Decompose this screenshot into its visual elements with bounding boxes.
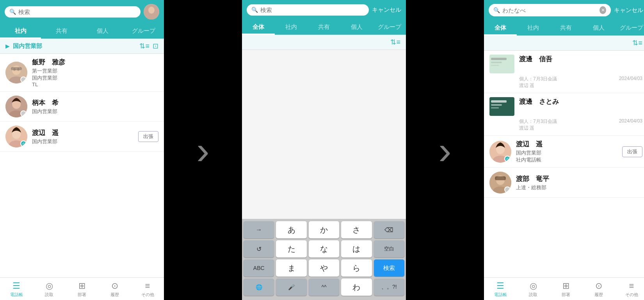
panel2-cancel-button[interactable]: キャンセル [372,6,401,14]
kb-arrow-right[interactable]: → [244,221,274,238]
kb-mic[interactable]: 🎤 [276,279,306,296]
panel3-search-input[interactable] [502,7,597,14]
p3-nav-phone-book[interactable]: ☰ 電話帳 [484,280,517,298]
p2-tab-kyoyu[interactable]: 共有 [308,20,340,34]
kb-ya[interactable]: や [309,259,339,277]
p3-tab-shanai[interactable]: 社内 [517,20,550,35]
user-avatar[interactable] [144,4,159,20]
name-karamori: 柄本 希 [32,98,158,107]
p3-nav-dept-icon: ⊞ [562,281,569,291]
panel3-search-bar: 🔍 ✕ キャンセル [484,0,644,20]
p3-nav-other[interactable]: ≡ その他 [615,280,644,298]
nav-other-icon: ≡ [145,281,150,291]
arrow-1: › [164,0,242,300]
p3-tab-all[interactable]: 全体 [484,20,517,35]
svg-rect-16 [491,58,507,60]
dept-karamori: 国内営業部 [32,108,158,115]
kb-ka[interactable]: か [309,221,339,238]
p2-tab-group[interactable]: グループ [373,20,406,34]
p2-tab-all[interactable]: 全体 [242,20,275,34]
panel3-bottom-nav: ☰ 電話帳 ◎ 読取 ⊞ 部署 ⊙ 履歴 ≡ その他 [484,277,644,300]
result-watanabe-satomi[interactable]: 渡邊 さとみ 個人：7月3日会議 2024/04/03 渡辺 遥 [484,93,644,136]
contact-item-watanabe[interactable]: ✓ 渡辺 遥 国内営業部 出張 [0,122,164,152]
p3-nav-dept[interactable]: ⊞ 部署 [550,280,582,298]
tab-shanaichi[interactable]: 社内 [0,23,41,38]
empty-results-area [242,50,406,219]
panel1-search-bar: 🔍 [0,0,164,23]
contact-item-karamori[interactable]: 柄本 希 国内営業部 [0,92,164,122]
kb-caret[interactable]: ^^ [309,279,339,296]
kb-na[interactable]: な [309,240,339,257]
info-karamori: 柄本 希 国内営業部 [32,98,158,115]
avatar-iino [5,62,27,83]
clear-search-button[interactable]: ✕ [600,6,606,14]
kb-abc[interactable]: ABC [244,259,274,277]
contact-list: 飯野 雅彦 第一営業部 国内営業部 TL 柄本 希 国内営業部 [0,54,164,277]
info-watanabe: 渡辺 遥 国内営業部 [32,128,133,145]
kb-sa[interactable]: さ [341,221,372,238]
nav-scan-icon: ◎ [46,281,53,291]
p3-nav-history[interactable]: ⊙ 履歴 [582,280,615,298]
avatar-haruka: ✓ [489,141,511,163]
result-watanabe-ryuhei[interactable]: 渡部 竜平 上達・総務部 [484,168,644,198]
kb-a[interactable]: あ [276,221,306,238]
panel1-search-wrap[interactable]: 🔍 [5,6,141,18]
name-satomi: 渡邊 さとみ [519,97,559,106]
svg-rect-20 [491,100,507,103]
tab-group[interactable]: グループ [123,23,164,38]
kb-undo[interactable]: ↺ [244,240,274,257]
p3-nav-scan[interactable]: ◎ 読取 [517,280,550,298]
status-ryuhei [504,186,511,193]
panel-contacts: 🔍 社内 共有 個人 グループ ▶ 国内営業部 ⇅≡ ⊡ [0,0,164,300]
play-icon: ▶ [5,43,10,49]
panel2-search-wrap[interactable]: 🔍 [247,4,369,16]
kb-space[interactable]: 空白 [374,240,404,257]
card-image-shingo [489,55,514,73]
p3-tab-group[interactable]: グループ [615,20,644,35]
panel2-search-input[interactable] [260,7,364,13]
date-satomi: 2024/04/03 [619,118,642,125]
p3-tab-kojin[interactable]: 個人 [582,20,615,35]
nav-history[interactable]: ⊙ 履歴 [98,280,131,298]
kb-punctuation[interactable]: 、。?! [374,279,404,296]
edit-icon[interactable]: ⊡ [153,42,158,50]
avatar-ryuhei [489,172,511,193]
sort-icon-2[interactable]: ⇅≡ [390,38,400,46]
tab-kyoyu[interactable]: 共有 [41,23,82,38]
nav-other-label: その他 [141,292,154,298]
result-watanabe-haruka[interactable]: ✓ 渡辺 遥 国内営業部 社内電話帳 出張 [484,136,644,168]
chevron-right-icon-1: › [196,131,209,170]
kb-ha[interactable]: は [341,240,372,257]
sub-satomi: 個人：7月3日会議 [519,118,557,125]
name-shingo: 渡邊 信吾 [519,55,552,64]
panel3-cancel-button[interactable]: キャンセル [614,7,643,14]
p2-tab-shanai[interactable]: 社内 [275,20,308,34]
dept-haruka: 国内営業部 [516,149,617,156]
nav-other[interactable]: ≡ その他 [131,280,164,298]
contact-item-iino[interactable]: 飯野 雅彦 第一営業部 国内営業部 TL [0,54,164,92]
nav-dept[interactable]: ⊞ 部署 [66,280,98,298]
kb-ra[interactable]: ら [341,259,372,277]
result-watanabe-shingo[interactable]: 渡邊 信吾 個人：7月3日会議 2024/04/03 渡辺 遥 [484,51,644,93]
sort-icon[interactable]: ⇅≡ [139,42,149,50]
section-title: 国内営業部 [13,43,136,50]
panel-keyboard: 🔍 キャンセル 全体 社内 共有 個人 グループ ⇅≡ → あ か さ ⌫ ↺ … [242,0,406,300]
sort-icon-3[interactable]: ⇅≡ [632,39,642,47]
kb-ma[interactable]: ま [276,259,306,277]
kb-wa[interactable]: わ [341,279,372,296]
panel1-search-input[interactable] [18,9,136,15]
panel3-tabs: 全体 社内 共有 個人 グループ [484,20,644,36]
kb-search[interactable]: 検索 [374,259,404,277]
kb-ta[interactable]: た [276,240,306,257]
nav-phone-book[interactable]: ☰ 電話帳 [0,280,33,298]
p3-nav-other-label: その他 [625,292,638,298]
kb-globe[interactable]: 🌐 [244,279,274,296]
tab-kojin[interactable]: 個人 [82,23,123,38]
p3-tab-kyoyu[interactable]: 共有 [550,20,582,35]
svg-rect-22 [491,107,499,108]
nav-dept-icon: ⊞ [78,281,85,291]
panel3-search-wrap[interactable]: 🔍 ✕ [489,4,611,16]
kb-backspace[interactable]: ⌫ [374,221,404,238]
nav-scan[interactable]: ◎ 読取 [33,280,66,298]
p2-tab-kojin[interactable]: 個人 [340,20,373,34]
